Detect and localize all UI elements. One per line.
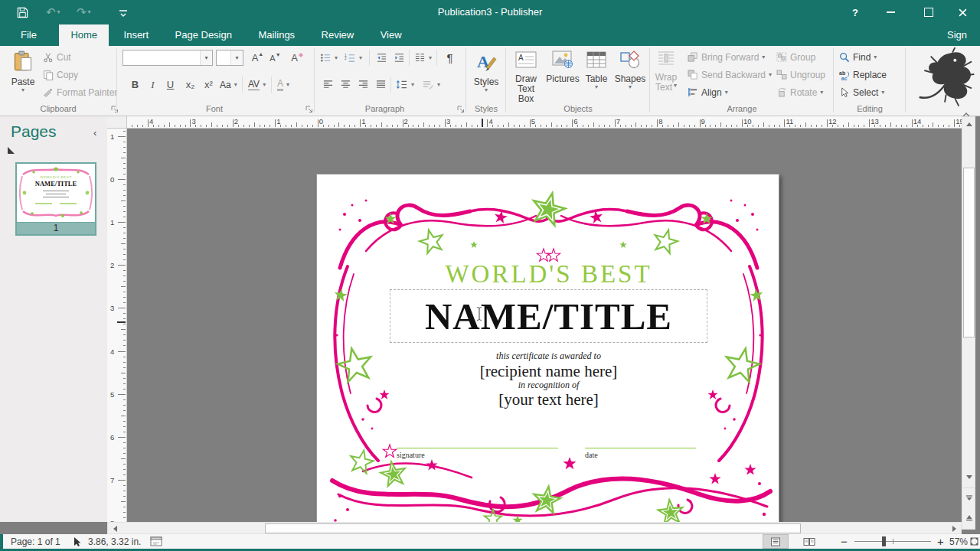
group-button[interactable]: Group [776, 49, 815, 65]
scroll-left-icon[interactable] [109, 523, 121, 533]
align-center-button[interactable] [338, 77, 354, 93]
align-right-button[interactable] [355, 77, 371, 93]
ungroup-button[interactable]: Ungroup [776, 67, 825, 83]
vertical-scrollbar[interactable] [962, 116, 975, 530]
scroll-up-icon[interactable] [963, 118, 975, 130]
pictures-button[interactable]: Pictures [544, 48, 581, 108]
fit-page-icon[interactable] [969, 534, 979, 549]
zoom-in-icon[interactable]: + [937, 534, 944, 549]
decrease-indent-button[interactable] [374, 50, 390, 66]
draw-text-box-button[interactable]: A Draw Text Box [508, 48, 544, 108]
publication-page[interactable]: WORLD'S BEST NAME/TITLE this certificate… [316, 174, 779, 522]
zoom-out-icon[interactable]: − [841, 534, 848, 549]
bullets-button[interactable]: ▾ [320, 50, 338, 66]
zoom-slider-thumb[interactable] [882, 536, 886, 546]
increase-indent-button[interactable] [391, 50, 407, 66]
workspace-canvas[interactable]: WORLD'S BEST NAME/TITLE this certificate… [127, 129, 962, 522]
certificate-text-placeholder[interactable]: [your text here] [317, 390, 780, 409]
scroll-down-icon[interactable] [963, 471, 975, 483]
justify-button[interactable] [373, 77, 389, 93]
tab-file[interactable]: File [9, 24, 48, 46]
maximize-button[interactable] [911, 0, 946, 24]
find-button[interactable]: Find▾ [839, 49, 877, 65]
clear-formatting-button[interactable]: A [289, 50, 305, 66]
paste-dropdown-caret[interactable]: ▾ [21, 87, 24, 93]
send-backward-button[interactable]: Send Backward▾ [688, 67, 772, 83]
borders-button[interactable]: ▾ [422, 77, 440, 93]
certificate-recipient-placeholder[interactable]: [recipient name here] [317, 362, 780, 381]
align-left-button[interactable] [320, 77, 336, 93]
tab-page-design[interactable]: Page Design [164, 24, 243, 46]
bold-button[interactable]: B [127, 77, 143, 93]
object-size-icon[interactable] [150, 534, 162, 549]
font-size-caret-icon[interactable]: ▾ [230, 51, 243, 65]
minimize-button[interactable] [873, 0, 908, 24]
replace-button[interactable]: abac Replace [839, 67, 887, 83]
clipboard-dialog-launcher-icon[interactable] [110, 103, 120, 113]
next-page-icon[interactable] [963, 507, 975, 527]
page-thumbnail[interactable]: WORLD'S BEST NAME/TITLE 1 [15, 162, 96, 236]
two-page-view-button[interactable] [796, 534, 822, 549]
styles-button[interactable]: A Styles ▾ [469, 48, 503, 108]
rotate-button[interactable]: Rotate▾ [776, 84, 823, 100]
underline-button[interactable]: U [162, 77, 178, 93]
selected-text-box[interactable]: NAME/TITLE [390, 289, 707, 343]
certificate-heading[interactable]: WORLD'S BEST [317, 260, 780, 289]
certificate-recognition-line[interactable]: in recognition of [317, 380, 780, 391]
tab-view[interactable]: View [369, 24, 413, 46]
tab-mailings[interactable]: Mailings [247, 24, 306, 46]
certificate-name-title[interactable]: NAME/TITLE [390, 295, 707, 338]
table-button[interactable]: Table ▾ [581, 48, 612, 108]
sign-in-link[interactable]: Sign in [936, 24, 980, 46]
character-spacing-button[interactable]: AV▾ [248, 77, 266, 93]
previous-page-icon[interactable] [963, 487, 975, 507]
cut-button[interactable]: Cut [43, 49, 71, 65]
wrap-text-button[interactable]: Wrap Text▾ [652, 48, 681, 108]
bring-forward-button[interactable]: Bring Forward▾ [688, 49, 765, 65]
grow-font-button[interactable]: A▲ [250, 50, 266, 66]
select-button[interactable]: Select▾ [839, 84, 884, 100]
ruler-tick [123, 442, 126, 443]
ruler-tick [123, 507, 126, 507]
font-name-caret-icon[interactable]: ▾ [200, 51, 212, 65]
format-painter-button[interactable]: Format Painter [43, 84, 117, 100]
special-characters-button[interactable]: ¶ [442, 50, 458, 66]
italic-button[interactable]: I [145, 77, 161, 93]
change-case-button[interactable]: Aa▾ [220, 77, 237, 93]
tab-insert[interactable]: Insert [113, 24, 161, 46]
font-size-combo[interactable]: ▾ [216, 50, 243, 66]
certificate-awarded-line[interactable]: this certificate is awarded to [317, 350, 780, 362]
single-page-view-button[interactable] [763, 534, 789, 549]
copy-button[interactable]: Copy [43, 67, 78, 83]
font-color-button[interactable]: A▾ [277, 77, 289, 93]
ruler-number: 11 [786, 117, 793, 126]
horizontal-scrollbar[interactable] [107, 522, 962, 534]
align-objects-button[interactable]: Align▾ [688, 84, 728, 100]
tab-home[interactable]: Home [59, 24, 109, 46]
shrink-font-button[interactable]: A▼ [267, 50, 283, 66]
vertical-ruler[interactable]: 1012345678 [107, 129, 127, 522]
status-coordinates[interactable]: 3.86, 3.32 in. [88, 534, 141, 549]
close-button[interactable] [945, 0, 980, 24]
horizontal-ruler[interactable]: 43210123456789101112131415 [127, 116, 962, 129]
scroll-right-icon[interactable] [948, 523, 960, 533]
help-button[interactable]: ? [838, 0, 872, 24]
zoom-slider[interactable] [854, 534, 931, 549]
status-page-info[interactable]: Page: 1 of 1 [11, 534, 60, 549]
columns-button[interactable]: ▾ [414, 50, 432, 66]
horizontal-scrollbar-thumb[interactable] [265, 523, 801, 533]
line-spacing-button[interactable]: ▾ [396, 77, 414, 93]
tab-review[interactable]: Review [310, 24, 366, 46]
collapse-pages-panel-icon[interactable]: ‹ [93, 127, 96, 139]
zoom-level[interactable]: 57% [949, 534, 968, 549]
superscript-button[interactable]: x² [201, 77, 217, 93]
vertical-scrollbar-thumb[interactable] [963, 168, 975, 337]
pages-section-triangle-icon[interactable] [8, 147, 15, 154]
subscript-button[interactable]: x₂ [182, 77, 198, 93]
shapes-button[interactable]: Shapes ▾ [612, 48, 648, 108]
font-name-combo[interactable]: ▾ [122, 50, 213, 66]
ruler-tick [880, 125, 880, 128]
paste-button[interactable]: Paste ▾ [6, 48, 40, 108]
numbering-button[interactable]: 12▾ [345, 50, 362, 66]
ruler-tick [123, 378, 126, 379]
